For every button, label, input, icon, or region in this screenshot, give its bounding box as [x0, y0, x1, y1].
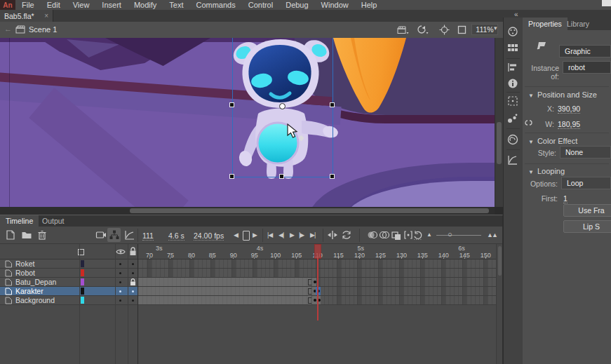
stage-h-scrollbar-thumb[interactable]	[130, 208, 489, 213]
stage-v-scrollbar[interactable]	[495, 38, 503, 207]
layer-row-karakter[interactable]: Karakter	[0, 287, 138, 296]
center-stage-icon[interactable]	[439, 25, 450, 35]
selection-handle-bottom-left[interactable]	[230, 175, 234, 178]
layer-visibility-dot[interactable]	[119, 299, 121, 302]
timeline-v-scrollbar-thumb[interactable]	[498, 246, 502, 276]
layer-row-batu_depan[interactable]: Batu_Depan	[0, 278, 138, 287]
tab-output[interactable]: Output	[36, 215, 70, 227]
layer-lock-dot[interactable]	[132, 299, 134, 302]
menu-debug[interactable]: Debug	[279, 0, 314, 10]
layer-row-roket[interactable]: Roket	[0, 259, 138, 269]
delete-layer-icon[interactable]	[36, 229, 48, 241]
info-panel-icon[interactable]	[507, 78, 518, 89]
onion-skin-icon[interactable]	[367, 229, 378, 241]
layer-color-swatch[interactable]	[81, 260, 84, 267]
style-dropdown[interactable]: None	[560, 146, 611, 159]
keyframe-cell[interactable]	[311, 296, 321, 304]
stage-canvas[interactable]	[0, 38, 495, 207]
menu-text[interactable]: Text	[163, 0, 189, 10]
go-first-frame-icon[interactable]: |◀	[267, 231, 272, 238]
instance-name-field[interactable]: robot	[563, 61, 611, 74]
tab-library[interactable]: Library	[561, 18, 595, 30]
layer-lock-dot[interactable]	[132, 290, 134, 292]
first-frame-value[interactable]: 1	[563, 194, 568, 203]
onion-skin-outlines-icon[interactable]	[379, 229, 390, 241]
selection-handle-right[interactable]	[330, 103, 334, 107]
keyframe-cell[interactable]	[311, 278, 316, 286]
stage-h-scrollbar[interactable]	[0, 207, 495, 215]
lip-sync-button[interactable]: Lip S	[563, 220, 611, 233]
play-icon[interactable]: ▶	[290, 231, 294, 238]
eye-column-icon[interactable]	[116, 248, 126, 255]
particle-dots-icon[interactable]	[507, 113, 518, 124]
frame-span[interactable]	[138, 296, 311, 304]
layer-visibility-dot[interactable]	[119, 281, 121, 283]
back-arrow-icon[interactable]: ←	[4, 25, 12, 33]
app-logo[interactable]: An	[0, 0, 15, 10]
selection-handle-bottom-right[interactable]	[330, 175, 334, 178]
layer-color-swatch[interactable]	[81, 269, 84, 276]
zoom-in-frames-icon[interactable]: ▲▲	[487, 231, 497, 238]
layer-visibility-dot[interactable]	[119, 263, 121, 265]
zoom-dropdown-chevron-icon[interactable]: ▾	[494, 25, 497, 32]
menu-commands[interactable]: Commands	[189, 0, 241, 10]
swatches-panel-icon[interactable]	[507, 42, 518, 53]
menu-help[interactable]: Help	[355, 0, 384, 10]
step-back-icon[interactable]: ◀	[234, 231, 238, 238]
creative-cloud-icon[interactable]	[507, 134, 518, 145]
playhead-line[interactable]	[317, 258, 318, 321]
menu-insert[interactable]: Insert	[95, 0, 128, 10]
align-panel-icon[interactable]	[507, 62, 518, 73]
timeline-frames-area[interactable]: 3s4s5s6s70758085909510010511011512012513…	[138, 244, 496, 364]
center-playhead-icon[interactable]	[327, 229, 338, 241]
timeline-zoom-slider-knob[interactable]: ○	[448, 230, 452, 238]
graph-view-icon[interactable]	[124, 229, 135, 241]
camera-icon[interactable]	[95, 229, 107, 241]
document-tab[interactable]: Bab5.fla* ×	[0, 10, 53, 22]
timeline-zoom-slider-track[interactable]	[436, 235, 481, 236]
transform-panel-icon[interactable]	[507, 95, 518, 107]
layer-lock-dot[interactable]	[132, 272, 134, 274]
menu-edit[interactable]: Edit	[41, 0, 67, 10]
layer-lock-dot[interactable]	[132, 263, 134, 265]
step-forward-icon[interactable]: ▶	[253, 231, 257, 238]
show-parenting-view-button[interactable]	[107, 228, 121, 242]
section-position-size[interactable]: ▼Position and Size	[528, 90, 597, 99]
edit-symbols-icon[interactable]	[417, 25, 429, 35]
frame-rate-counter[interactable]: 24.00 fps	[194, 231, 224, 241]
layer-visibility-dot[interactable]	[119, 272, 121, 274]
next-frame-icon[interactable]: |▶	[299, 231, 304, 238]
menu-control[interactable]: Control	[242, 0, 279, 10]
selection-handle-left[interactable]	[230, 103, 234, 107]
use-frame-picker-button[interactable]: Use Fra	[563, 204, 611, 217]
edit-multiple-frames-icon[interactable]	[391, 229, 402, 241]
zoom-out-frames-icon[interactable]: ▲	[427, 231, 431, 238]
current-frame-indicator-icon[interactable]	[243, 231, 250, 241]
stage-v-scrollbar-thumb[interactable]	[497, 122, 502, 164]
close-icon[interactable]: ×	[44, 12, 48, 20]
transformation-point-handle[interactable]	[279, 103, 286, 109]
prev-frame-icon[interactable]: ◀|	[278, 231, 283, 238]
selection-handle-bottom-center[interactable]	[280, 175, 283, 178]
tab-timeline[interactable]: Timeline	[0, 215, 39, 227]
color-panel-icon[interactable]	[507, 26, 518, 37]
layer-visibility-dot[interactable]	[119, 290, 121, 292]
layer-row-robot[interactable]: Robot	[0, 269, 138, 278]
menu-file[interactable]: File	[15, 0, 41, 10]
layer-lock-icon[interactable]	[130, 278, 136, 286]
edit-scene-icon[interactable]	[397, 25, 409, 35]
reset-timeline-zoom-icon[interactable]	[412, 229, 424, 241]
layer-color-swatch[interactable]	[81, 288, 84, 295]
section-looping[interactable]: ▼Looping	[528, 167, 565, 175]
layer-row-background[interactable]: Background	[0, 296, 138, 305]
motion-editor-icon[interactable]	[507, 154, 518, 166]
elapsed-time-counter[interactable]: 4.6 s	[168, 231, 184, 241]
x-value[interactable]: 390,90	[558, 105, 580, 114]
layer-color-swatch[interactable]	[81, 278, 84, 285]
frame-span[interactable]	[138, 278, 311, 286]
menu-view[interactable]: View	[67, 0, 96, 10]
new-folder-icon[interactable]	[21, 229, 32, 241]
symbol-type-dropdown[interactable]: Graphic	[559, 45, 611, 58]
clip-content-icon[interactable]	[457, 25, 466, 34]
playhead-marker[interactable]	[314, 244, 321, 259]
